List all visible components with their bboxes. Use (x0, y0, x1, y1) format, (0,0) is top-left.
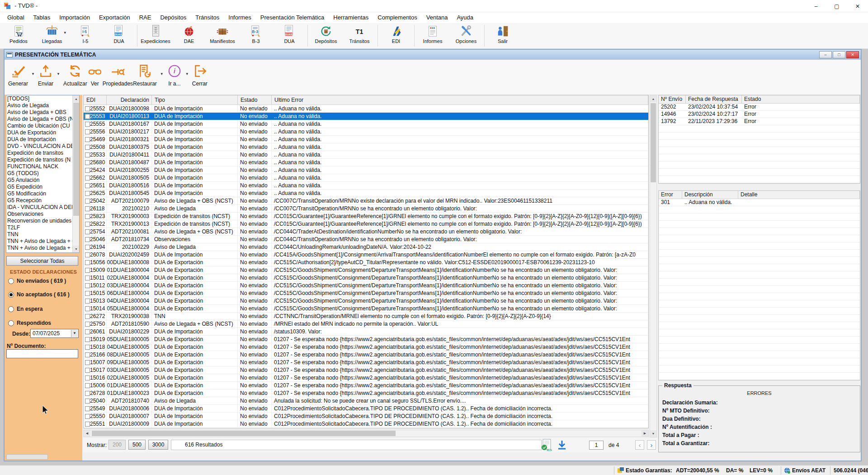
row-checkbox[interactable] (85, 160, 90, 165)
row-checkbox[interactable] (85, 391, 90, 396)
menu-item-depositos[interactable]: Depósitos (156, 12, 191, 23)
export-xls-icon[interactable]: XLS (541, 439, 552, 451)
table-row[interactable]: 1501405DUAE1800004DUA de ExportaciónNo e… (84, 305, 648, 313)
scroll-up-icon[interactable]: ▲ (73, 95, 80, 102)
table-row[interactable]: 25625DUAI201800545DUA de ImportaciónNo e… (84, 190, 648, 197)
table-row[interactable]: 25822TRX201900013Expedición de transitos… (84, 220, 648, 228)
table-row[interactable]: 25556DUAI201800217DUA de ImportaciónNo e… (84, 128, 648, 136)
table-row[interactable]: 1494623/02/2024 10:27:17Error (659, 111, 860, 118)
column-header-fecha-de-respuesta[interactable]: Fecha de Respuesta (686, 95, 742, 103)
scroll-up-icon[interactable]: ▲ (650, 95, 656, 102)
row-checkbox[interactable] (85, 306, 90, 311)
row-checkbox[interactable] (85, 337, 90, 342)
table-row[interactable]: 1500709DUAE1800005DUA de ExportaciónNo e… (84, 359, 648, 366)
type-list-item[interactable]: TNN (6, 231, 79, 238)
column-header-error[interactable]: Error (659, 191, 682, 199)
table-horizontal-scrollbar[interactable]: ◀ ▶ (83, 430, 649, 437)
column-header-n-envio[interactable]: Nº Envío (659, 95, 686, 103)
menu-item-ventana[interactable]: Ventana (422, 12, 453, 23)
desde-date-input[interactable]: 07/07/2025 ▼ (30, 329, 79, 338)
child-toolbar-button-generar[interactable]: Generar (8, 60, 28, 95)
column-header-estado[interactable]: Estado (742, 95, 860, 103)
toolbar-button-dua[interactable]: DUASDUA (273, 23, 306, 48)
row-checkbox[interactable] (85, 245, 90, 250)
table-row[interactable]: 25550DUAI201800007DUA de ImportaciónNo e… (84, 413, 648, 420)
table-row[interactable]: 25553DUAI201800113DUA de ImportaciónNo e… (84, 113, 648, 120)
bottom-scroll-strip[interactable] (6, 454, 48, 460)
type-list-item[interactable]: T2LF (6, 224, 79, 231)
minimize-button[interactable]: – (806, 0, 826, 12)
table-row[interactable]: 1501905DUAE1800005DUA de ExportaciónNo e… (84, 336, 648, 343)
row-checkbox[interactable] (85, 206, 90, 211)
toolbar-button-pedidos[interactable]: Pedidos (2, 23, 35, 48)
toolbar-button-transitos[interactable]: T1Tránsitos (343, 23, 376, 48)
scroll-left-icon[interactable]: ◀ (84, 430, 90, 437)
row-checkbox[interactable] (85, 414, 90, 419)
table-row[interactable]: 1501102DUAE1800004DUA de ExportaciónNo e… (84, 274, 648, 282)
page-size-button-3000[interactable]: 3000 (148, 440, 168, 450)
select-all-button[interactable]: Seleccionar Todas (6, 256, 78, 266)
row-checkbox[interactable] (85, 299, 90, 304)
type-list-item[interactable]: DVD - VINCULACION A DEP (6, 143, 79, 150)
row-checkbox[interactable] (85, 360, 90, 365)
type-list-item[interactable]: G5 Anulación (6, 177, 79, 184)
type-list-item[interactable]: G5 Expedición (6, 184, 79, 190)
column-header-detalle[interactable]: Detalle (738, 191, 860, 199)
row-checkbox[interactable] (85, 314, 90, 319)
type-list-item[interactable]: IDA - VINCULACION A DEPO (6, 204, 79, 211)
table-row[interactable]: 25552DUAI201800098DUA de ImportaciónNo e… (84, 105, 648, 113)
table-row[interactable]: 1505600DUAE1800008DUA de ExportaciónNo e… (84, 259, 648, 266)
row-checkbox[interactable] (85, 106, 90, 111)
menu-item-rae[interactable]: RAE (135, 12, 156, 23)
row-checkbox[interactable] (85, 191, 90, 196)
type-list-item[interactable]: [TODOS] (6, 95, 79, 102)
table-row[interactable]: 25680DUAI201800487DUA de ImportaciónNo e… (84, 159, 648, 166)
radio-no-enviados[interactable]: No enviados ( 619 ) (8, 278, 66, 284)
menu-item-tablas[interactable]: Tablas (29, 12, 55, 23)
table-row[interactable]: 26078DUAI202002459DUA de ImportaciónNo e… (84, 251, 648, 259)
child-toolbar-button-restaurar[interactable]: Restaurar (133, 60, 157, 95)
type-list-item[interactable]: G5 Recepción (6, 197, 79, 204)
table-row[interactable]: 25533DUAI201800411DUA de ImportaciónNo e… (84, 151, 648, 159)
type-list-item[interactable]: Cambio de Ubicación (CU (6, 123, 79, 129)
column-header-ultimo-error[interactable]: Ultimo Error (272, 95, 648, 104)
page-size-button-500[interactable]: 500 (128, 440, 146, 450)
radio-no-aceptados[interactable]: No aceptados ( 616 ) (8, 291, 70, 298)
scroll-thumb[interactable] (651, 103, 656, 182)
menu-item-transitos[interactable]: Tránsitos (191, 12, 224, 23)
table-row[interactable]: 25662DUAI201800505DUA de ImportaciónNo e… (84, 174, 648, 182)
row-checkbox[interactable] (85, 168, 90, 173)
child-toolbar-button-cerrar[interactable]: Cerrar (192, 60, 208, 95)
type-list-item[interactable]: Expedición de transitos (6, 150, 79, 157)
type-list-item[interactable]: Reconversion de unidades (6, 218, 79, 224)
row-checkbox[interactable] (85, 237, 90, 242)
type-list-item[interactable]: TNN + Aviso de Llegada + C (6, 238, 79, 245)
download-icon[interactable] (557, 440, 567, 451)
type-list-item[interactable]: G5 (TODOS) (6, 170, 79, 177)
toolbar-button-expediciones[interactable]: Expediciones (139, 23, 172, 48)
table-row[interactable]: 25551DUAI201800009DUA de ImportaciónNo e… (84, 420, 648, 428)
toolbar-button-dua[interactable]: DUASDUA (102, 23, 136, 48)
scroll-thumb[interactable] (92, 431, 396, 436)
child-toolbar-button-actualizar[interactable]: Actualizar (63, 60, 87, 95)
type-list-item[interactable]: Expedición de transitos (N (6, 157, 79, 163)
row-checkbox[interactable] (85, 176, 90, 180)
type-list-item[interactable]: Aviso de Llegada (6, 102, 79, 109)
row-checkbox[interactable] (85, 137, 90, 142)
row-checkbox[interactable] (85, 152, 90, 157)
row-checkbox[interactable] (85, 114, 90, 119)
dropdown-caret-icon[interactable]: ▾ (182, 60, 192, 95)
calendar-dropdown-icon[interactable]: ▼ (71, 330, 78, 337)
table-row[interactable]: 25750ADT201810590Aviso de Llegada + OBS … (84, 320, 648, 328)
row-checkbox[interactable] (85, 199, 90, 204)
toolbar-button-edi[interactable]: EDI (379, 23, 413, 48)
toolbar-button-salir[interactable]: Salir (486, 23, 519, 48)
table-row[interactable]: 26118202100210Aviso de LlegadaNo enviado… (84, 205, 648, 213)
table-row[interactable]: 26061DUAI201800229DUA de ImportaciónNo e… (84, 328, 648, 336)
row-checkbox[interactable] (85, 291, 90, 296)
column-header-descripcion[interactable]: Descripción (682, 191, 738, 199)
type-list-item[interactable]: TNN + Aviso de Llegada + C ( (6, 245, 79, 252)
table-row[interactable]: 25042ADT202100079Aviso de Llegada + OBS … (84, 197, 648, 205)
toolbar-button-opciones[interactable]: Opciones (449, 23, 483, 48)
table-row[interactable]: 1501506DUAE1800004DUA de ExportaciónNo e… (84, 290, 648, 297)
